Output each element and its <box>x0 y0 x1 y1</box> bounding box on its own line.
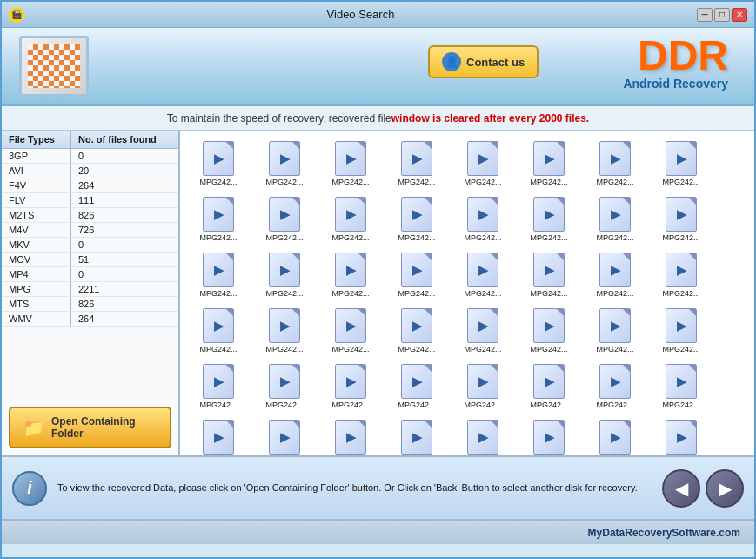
list-item[interactable]: MPG242... <box>253 416 316 455</box>
android-recovery-text: Android Recovery <box>623 77 728 91</box>
file-type-cell: WMV <box>2 312 71 326</box>
list-item[interactable]: MPG242... <box>584 305 646 357</box>
file-name: MPG242... <box>464 289 501 298</box>
list-item[interactable]: MPG242... <box>584 193 646 246</box>
list-item[interactable]: MPG242... <box>187 416 250 455</box>
table-row[interactable]: FLV 111 <box>2 193 178 208</box>
file-name: MPG242... <box>530 178 567 186</box>
list-item[interactable]: MPG242... <box>319 416 382 455</box>
list-item[interactable]: MPG242... <box>518 360 580 413</box>
file-icon <box>203 253 234 287</box>
info-icon: i <box>12 471 47 506</box>
table-row[interactable]: MTS 826 <box>2 297 178 312</box>
maximize-button[interactable]: □ <box>714 8 730 22</box>
file-name: MPG242... <box>596 345 633 354</box>
table-row[interactable]: WMV 264 <box>2 312 178 327</box>
col-filecount-header: No. of files found <box>71 131 178 148</box>
file-name: MPG242... <box>596 233 633 242</box>
table-row[interactable]: MOV 51 <box>2 253 178 267</box>
file-grid: MPG242... MPG242... MPG242... MPG242... … <box>184 134 751 455</box>
list-item[interactable]: MPG242... <box>584 416 646 455</box>
list-item[interactable]: MPG242... <box>253 360 316 413</box>
file-icon <box>203 420 234 455</box>
file-name: MPG242... <box>464 401 501 409</box>
list-item[interactable]: MPG242... <box>385 249 448 301</box>
file-icon <box>401 420 432 455</box>
file-name: MPG242... <box>398 233 435 242</box>
right-panel[interactable]: MPG242... MPG242... MPG242... MPG242... … <box>180 131 754 455</box>
list-item[interactable]: MPG242... <box>319 249 382 301</box>
list-item[interactable]: MPG242... <box>187 305 250 357</box>
list-item[interactable]: MPG242... <box>385 416 448 455</box>
list-item[interactable]: MPG242... <box>584 249 646 301</box>
list-item[interactable]: MPG242... <box>452 305 514 357</box>
open-folder-button[interactable]: 📁 Open Containing Folder <box>9 407 171 448</box>
file-icon <box>599 420 631 455</box>
contact-button[interactable]: 👤 Contact us <box>428 45 539 78</box>
back-button[interactable]: ◀ <box>662 469 700 508</box>
list-item[interactable]: MPG242... <box>253 193 316 246</box>
table-row[interactable]: MP4 0 <box>2 267 178 282</box>
file-name: MPG242... <box>398 178 435 186</box>
minimize-button[interactable]: ─ <box>697 8 713 22</box>
table-row[interactable]: M4V 726 <box>2 223 178 238</box>
list-item[interactable]: MPG242... <box>518 416 580 455</box>
list-item[interactable]: MPG242... <box>518 138 580 190</box>
list-item[interactable]: MPG242... <box>584 138 646 190</box>
list-item[interactable]: MPG242... <box>452 138 514 190</box>
list-item[interactable]: MPG242... <box>518 193 580 246</box>
forward-button[interactable]: ▶ <box>706 469 744 508</box>
list-item[interactable]: MPG242... <box>650 193 713 246</box>
list-item[interactable]: MPG242... <box>385 193 448 246</box>
list-item[interactable]: MPG242... <box>385 305 448 357</box>
file-name: MPG242... <box>662 401 699 409</box>
list-item[interactable]: MPG242... <box>187 193 250 246</box>
list-item[interactable]: MPG242... <box>452 416 514 455</box>
list-item[interactable]: MPG242... <box>319 360 382 413</box>
file-icon <box>203 364 234 399</box>
list-item[interactable]: MPG242... <box>385 138 448 190</box>
file-count-cell: 264 <box>71 312 178 326</box>
list-item[interactable]: MPG242... <box>584 360 646 413</box>
file-type-cell: M4V <box>2 223 71 237</box>
file-name: MPG242... <box>596 178 633 186</box>
file-name: MPG242... <box>265 233 303 242</box>
table-row[interactable]: 3GP 0 <box>2 149 178 164</box>
list-item[interactable]: MPG242... <box>452 360 514 413</box>
list-item[interactable]: MPG242... <box>650 138 713 190</box>
list-item[interactable]: MPG242... <box>187 138 250 190</box>
file-icon <box>335 420 366 455</box>
table-row[interactable]: MPG 2211 <box>2 282 178 297</box>
list-item[interactable]: MPG242... <box>319 193 382 246</box>
table-row[interactable]: MKV 0 <box>2 238 178 253</box>
file-icon <box>401 364 432 399</box>
close-button[interactable]: ✕ <box>732 8 747 22</box>
title-bar-controls: ─ □ ✕ <box>697 8 747 22</box>
file-icon <box>269 420 300 455</box>
list-item[interactable]: MPG242... <box>650 360 713 413</box>
list-item[interactable]: MPG242... <box>518 305 580 357</box>
file-icon <box>666 308 697 343</box>
list-item[interactable]: MPG242... <box>518 249 580 301</box>
info-text-1: To maintain the speed of recovery, recov… <box>167 112 391 125</box>
table-row[interactable]: F4V 264 <box>2 178 178 193</box>
table-body: 3GP 0 AVI 20 F4V 264 FLV 111 M2TS 826 M4… <box>2 149 178 327</box>
list-item[interactable]: MPG242... <box>253 249 316 301</box>
table-row[interactable]: M2TS 826 <box>2 208 178 223</box>
table-row[interactable]: AVI 20 <box>2 164 178 178</box>
list-item[interactable]: MPG242... <box>650 249 713 301</box>
list-item[interactable]: MPG242... <box>319 305 382 357</box>
list-item[interactable]: MPG242... <box>650 305 713 357</box>
table-header: File Types No. of files found <box>2 131 178 149</box>
list-item[interactable]: MPG242... <box>452 193 514 246</box>
list-item[interactable]: MPG242... <box>253 305 316 357</box>
list-item[interactable]: MPG242... <box>319 138 382 190</box>
list-item[interactable]: MPG242... <box>650 416 713 455</box>
list-item[interactable]: MPG242... <box>187 360 250 413</box>
list-item[interactable]: MPG242... <box>187 249 250 301</box>
list-item[interactable]: MPG242... <box>452 249 514 301</box>
list-item[interactable]: MPG242... <box>385 360 448 413</box>
list-item[interactable]: MPG242... <box>253 138 316 190</box>
file-name: MPG242... <box>331 345 369 354</box>
file-icon <box>269 141 300 176</box>
